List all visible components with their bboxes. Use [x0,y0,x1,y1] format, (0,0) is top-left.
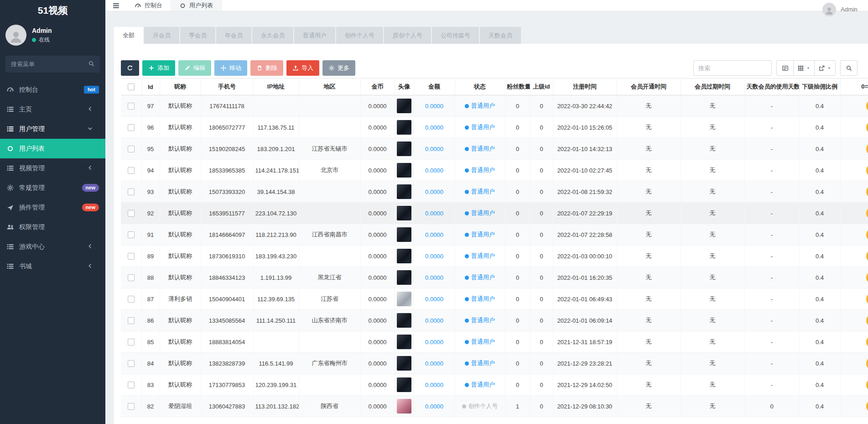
cell-vip_open: 无 [617,117,681,138]
cell-ip: 114.241.178.151 [253,160,299,181]
amount-link[interactable]: 0.0000 [425,403,443,410]
table-row: 96默认昵称18065072777117.136.75.110.00000.00… [121,117,868,138]
tab-用户列表[interactable]: 用户列表 [171,0,222,11]
detail-view-button[interactable] [776,60,794,76]
row-checkbox[interactable] [128,188,135,195]
row-checkbox[interactable] [128,360,135,367]
cell-phone: 13823828739 [201,353,253,374]
search-icon [846,65,852,72]
amount-link[interactable]: 0.0000 [425,317,443,324]
amount-link[interactable]: 0.0000 [425,210,443,217]
filter-tab-原创个人号[interactable]: 原创个人号 [384,27,431,44]
amount-link[interactable]: 0.0000 [425,382,443,388]
grid-icon [797,65,804,72]
sidebar-item-视频管理[interactable]: 视频管理 [0,158,105,178]
amount-link[interactable]: 0.0000 [425,339,443,345]
sidebar-item-书城[interactable]: 书城 [0,256,105,276]
sidebar-item-插件管理[interactable]: 插件管理new [0,198,105,217]
row-checkbox[interactable] [128,339,135,345]
filter-tab-创作个人号[interactable]: 创作个人号 [336,27,383,44]
select-all-checkbox[interactable] [128,84,135,90]
row-checkbox[interactable] [128,382,135,388]
status-toggle[interactable] [866,121,868,134]
status-toggle[interactable] [866,185,868,198]
row-checkbox[interactable] [128,317,135,324]
cell-vip_expire: 无 [681,138,744,160]
cell-vip_expire: 无 [681,353,744,374]
list-icon [6,125,14,133]
row-checkbox[interactable] [128,210,135,217]
add-button[interactable]: 添加 [142,60,175,76]
cell-id: 83 [141,374,160,396]
status-dot-icon [465,340,469,344]
row-checkbox[interactable] [128,253,135,260]
tab-控制台[interactable]: 控制台 [126,0,171,11]
pencil-icon [184,65,191,71]
sidebar-item-用户管理[interactable]: 用户管理 [0,119,105,139]
status-toggle[interactable] [866,250,868,262]
refresh-button[interactable] [121,60,139,76]
sidebar-item-主页[interactable]: 主页 [0,99,105,119]
status-toggle[interactable] [866,400,868,413]
table-search-input[interactable] [693,60,772,76]
status-toggle[interactable] [866,335,868,348]
row-checkbox[interactable] [128,146,135,152]
filter-tab-公司传媒号[interactable]: 公司传媒号 [432,27,479,44]
topbar-user-menu[interactable]: Admin [822,0,868,19]
header-cell-days_used: 天数会员的使用天数 [744,79,799,95]
filter-tab-普通用户[interactable]: 普通用户 [294,27,335,44]
row-checkbox[interactable] [128,231,135,238]
amount-link[interactable]: 0.0000 [425,253,443,260]
sidebar-item-控制台[interactable]: 控制台hot [0,80,105,99]
export-button[interactable] [815,60,836,76]
row-checkbox[interactable] [128,103,135,110]
row-checkbox[interactable] [128,403,135,410]
status-toggle[interactable] [866,99,868,112]
amount-link[interactable]: 0.0000 [425,231,443,238]
sidebar-item-常规管理[interactable]: 常规管理new [0,178,105,198]
filter-tab-月会员[interactable]: 月会员 [144,27,179,44]
search-submit-button[interactable] [840,60,858,76]
amount-link[interactable]: 0.0000 [425,274,443,281]
status-toggle[interactable] [866,228,868,241]
cell-region: 广东省梅州市 [299,353,360,374]
status-toggle[interactable] [866,357,868,370]
filter-tab-天数会员[interactable]: 天数会员 [480,27,521,44]
columns-toggle-button[interactable] [794,60,815,76]
row-checkbox[interactable] [128,124,135,131]
amount-link[interactable]: 0.0000 [425,188,443,195]
filter-tab-全部[interactable]: 全部 [114,27,143,44]
status-toggle[interactable] [866,293,868,305]
amount-link[interactable]: 0.0000 [425,103,443,110]
cell-avatar [395,353,414,374]
sidebar-item-游戏中心[interactable]: 游戏中心 [0,237,105,256]
status-toggle[interactable] [866,142,868,155]
cell-phone: 18065072777 [201,117,253,138]
status-dot-icon [465,361,469,366]
row-checkbox[interactable] [128,296,135,303]
amount-link[interactable]: 0.0000 [425,124,443,131]
status-toggle[interactable] [866,164,868,177]
row-checkbox[interactable] [128,274,135,281]
menu-search-input[interactable] [5,56,100,73]
status-toggle[interactable] [866,271,868,284]
amount-link[interactable]: 0.0000 [425,296,443,303]
status-toggle[interactable] [866,378,868,391]
filter-tab-季会员[interactable]: 季会员 [180,27,215,44]
import-button[interactable]: 导入 [286,60,319,76]
status-toggle[interactable] [866,207,868,220]
status-badge: 普通用户 [465,295,495,303]
status-toggle[interactable] [866,314,868,327]
cell-ip: 111.14.250.111 [253,310,299,331]
row-checkbox[interactable] [128,167,135,174]
amount-link[interactable]: 0.0000 [425,167,443,174]
filter-tab-永久会员[interactable]: 永久会员 [252,27,293,44]
sidebar-toggle-button[interactable] [105,0,126,11]
more-button[interactable]: 更多 [322,60,355,76]
sidebar-item-权限管理[interactable]: 权限管理 [0,217,105,237]
amount-link[interactable]: 0.0000 [425,360,443,367]
sidebar-item-用户列表[interactable]: 用户列表 [0,139,105,158]
filter-tab-年会员[interactable]: 年会员 [216,27,251,44]
header-cell-commission: 下级抽佣比例 [799,79,840,95]
amount-link[interactable]: 0.0000 [425,146,443,152]
